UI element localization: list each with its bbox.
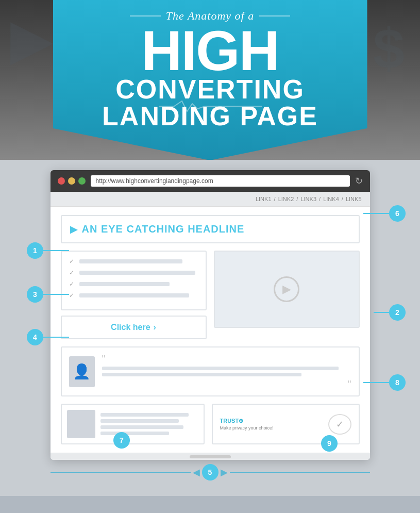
dot-green[interactable] [78, 177, 86, 185]
trust-subtitle: Make privacy your choice! [220, 425, 274, 431]
benefit-bar-3 [79, 282, 170, 286]
cta-box: Click here › [61, 316, 207, 339]
number-badge-2: 2 [389, 304, 406, 321]
quote-content: " " [102, 354, 351, 389]
quote-close-icon: " [102, 379, 351, 389]
right-col: ▶ [214, 251, 360, 339]
annotation-line-6 [363, 213, 389, 214]
trust-badge-label: TRUST⊕ [220, 418, 274, 424]
number-badge-5: 5 [202, 464, 219, 481]
refresh-icon[interactable]: ↻ [355, 175, 363, 187]
trust-seal-icon: ✓ [328, 414, 351, 435]
quote-open-icon: " [102, 354, 351, 364]
check-icon-3: ✓ [69, 280, 75, 288]
blog-line-4 [100, 432, 169, 435]
dot-red[interactable] [58, 177, 65, 185]
annotation-9: 9 [321, 435, 338, 452]
arrow-right-icon: ▶ [221, 467, 228, 478]
annotation-line-1 [43, 250, 69, 251]
left-col: ✓ ✓ ✓ [61, 251, 207, 339]
headline-text: ▶ AN EYE CATCHING HEADLINE [70, 223, 350, 235]
content-wrapper: http://www.highconvertinglandingpage.com… [0, 170, 420, 481]
annotation-2: 2 [374, 304, 406, 321]
arrow-left-icon: ◀ [193, 467, 200, 478]
scroll-indicator [51, 453, 370, 460]
benefit-bar-1 [79, 259, 183, 263]
number-badge-6: 6 [389, 205, 406, 222]
dot-yellow[interactable] [68, 177, 75, 185]
browser-window: http://www.highconvertinglandingpage.com… [51, 170, 370, 460]
annotation-3: 3 [27, 286, 69, 303]
annotation-8: 8 [363, 374, 406, 391]
check-icon-2: ✓ [69, 269, 75, 276]
annotation-line-8 [363, 382, 389, 383]
benefit-bar-4 [79, 293, 189, 297]
nav-link1[interactable]: LINK1 [256, 196, 272, 202]
number-badge-7: 7 [113, 432, 130, 449]
trust-badge-area: TRUST⊕ Make privacy your choice! [220, 418, 274, 431]
nav-link2[interactable]: LINK2 [278, 196, 294, 202]
number-badge-1: 1 [27, 242, 43, 259]
play-icon: ▶ [282, 283, 291, 296]
heartbeat-icon [159, 98, 262, 114]
annotation-1: 1 [27, 242, 69, 259]
play-button[interactable]: ▶ [274, 276, 299, 302]
banner: The Anatomy of a HIGH CONVERTING LANDING… [53, 0, 367, 160]
benefits-box: ✓ ✓ ✓ [61, 251, 207, 310]
annotation-6: 6 [363, 205, 406, 222]
browser-nav: LINK1 / LINK2 / LINK3 / LINK4 / LINK5 [51, 192, 370, 207]
cta-arrow-icon: › [154, 323, 156, 332]
check-icon-4: ✓ [69, 292, 75, 299]
headline-arrow-icon: ▶ [70, 224, 78, 235]
number-badge-4: 4 [27, 329, 43, 345]
blog-line-2 [100, 419, 179, 423]
nav-link3[interactable]: LINK3 [300, 196, 316, 202]
person-icon: 👤 [73, 363, 91, 380]
blog-line-3 [100, 425, 184, 429]
check-icon-1: ✓ [69, 258, 75, 265]
number-badge-3: 3 [27, 286, 43, 303]
annotation-line-4 [43, 337, 69, 338]
video-box: ▶ [214, 251, 360, 328]
benefit-line-4: ✓ [69, 292, 198, 299]
avatar: 👤 [69, 356, 95, 387]
headline-label: AN EYE CATCHING HEADLINE [82, 223, 245, 235]
number-badge-8: 8 [389, 374, 406, 391]
number-badge-9: 9 [321, 435, 338, 452]
width-line-right [230, 472, 370, 473]
two-col-layout: ✓ ✓ ✓ [61, 251, 360, 339]
benefit-line-2: ✓ [69, 269, 198, 276]
width-line-left [51, 472, 191, 473]
quote-line-2 [102, 373, 301, 376]
nav-link5[interactable]: LINK5 [346, 196, 362, 202]
annotation-line-2 [374, 312, 389, 313]
benefit-line-1: ✓ [69, 258, 198, 265]
banner-title-high: HIGH [69, 25, 352, 76]
cta-label: Click here [111, 323, 150, 332]
browser-url[interactable]: http://www.highconvertinglandingpage.com [91, 175, 350, 187]
bottom-row: TRUST⊕ Make privacy your choice! ✓ [61, 404, 360, 444]
browser-content: LINK1 / LINK2 / LINK3 / LINK4 / LINK5 ▶ … [51, 192, 370, 460]
benefit-bar-2 [79, 271, 196, 275]
testimonial-box: 👤 " " [61, 346, 360, 396]
annotation-7: 7 [113, 432, 130, 449]
page-inner: ▶ AN EYE CATCHING HEADLINE ✓ [51, 207, 370, 453]
blog-line-1 [100, 413, 189, 417]
header-area: ▶ $ The Anatomy of a HIGH CONVERTING LAN… [0, 0, 420, 160]
browser-dots [58, 177, 86, 185]
width-indicator-row: ◀ 5 ▶ [51, 464, 370, 481]
scroll-bar[interactable] [190, 455, 231, 458]
annotation-line-3 [43, 294, 69, 295]
browser-toolbar: http://www.highconvertinglandingpage.com… [51, 170, 370, 192]
nav-link4[interactable]: LINK4 [323, 196, 339, 202]
annotation-4: 4 [27, 329, 69, 345]
headline-section: ▶ AN EYE CATCHING HEADLINE [61, 215, 360, 243]
benefit-line-3: ✓ [69, 280, 198, 288]
blog-box [61, 404, 205, 444]
blog-thumbnail [67, 410, 95, 438]
main-area: http://www.highconvertinglandingpage.com… [0, 160, 420, 496]
trust-text: TRUST⊕ [220, 418, 244, 424]
quote-line-1 [102, 367, 339, 370]
cta-button[interactable]: Click here › [111, 323, 156, 332]
